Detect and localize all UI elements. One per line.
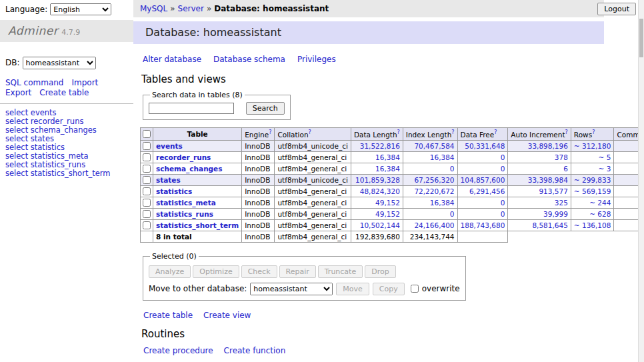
data-length-link[interactable]: 49,152	[375, 199, 400, 207]
data-length-link[interactable]: 10,502,144	[360, 221, 400, 229]
auto-increment-link[interactable]: 913,577	[539, 187, 567, 195]
rows-link[interactable]: ~ 569,159	[574, 187, 611, 195]
table-link-statistics[interactable]: statistics	[156, 187, 192, 195]
sidebar-link-create-table[interactable]: Create table	[39, 88, 89, 97]
data-free-link[interactable]: 0	[501, 199, 505, 207]
auto-increment-link[interactable]: 325	[555, 199, 568, 207]
breadcrumb-link-server[interactable]: Server	[178, 4, 204, 13]
help-link[interactable]: ?	[397, 129, 400, 135]
auto-increment-link[interactable]: 33,398,984	[528, 176, 568, 184]
copy-button[interactable]: Copy	[373, 283, 405, 295]
data-length-link[interactable]: 101,859,328	[355, 176, 400, 184]
sidebar-select-statistics-runs[interactable]: select statistics_runs	[5, 160, 85, 169]
check-button[interactable]: Check	[241, 265, 277, 278]
help-link[interactable]: ?	[309, 129, 311, 135]
truncate-button[interactable]: Truncate	[318, 265, 363, 278]
app-name[interactable]: Adminer	[8, 24, 58, 37]
help-link[interactable]: ?	[565, 129, 568, 135]
drop-button[interactable]: Drop	[365, 265, 395, 278]
repair-button[interactable]: Repair	[279, 265, 316, 278]
row-checkbox[interactable]	[143, 199, 151, 207]
search-button[interactable]: Search	[246, 102, 285, 115]
row-checkbox[interactable]	[143, 187, 151, 195]
sidebar-select-events[interactable]: select events	[5, 108, 57, 117]
rows-link[interactable]: ~ 312,180	[574, 142, 611, 150]
data-free-link[interactable]: 50,331,648	[465, 142, 505, 150]
help-link[interactable]: ?	[269, 129, 271, 135]
scrollbar-thumb[interactable]	[639, 19, 643, 57]
auto-increment-link[interactable]: 378	[555, 153, 568, 161]
sidebar-link-import[interactable]: Import	[71, 78, 98, 87]
logout-button[interactable]: Logout	[597, 3, 636, 15]
row-checkbox[interactable]	[143, 153, 151, 161]
row-checkbox[interactable]	[143, 210, 151, 218]
rows-link[interactable]: ~ 299,833	[574, 176, 611, 184]
auto-increment-link[interactable]: 8,581,645	[532, 221, 567, 229]
sidebar-link-export[interactable]: Export	[5, 88, 31, 97]
data-free-link[interactable]: 0	[501, 210, 505, 218]
sidebar-select-statistics-meta[interactable]: select statistics_meta	[5, 151, 89, 161]
search-input[interactable]	[149, 103, 234, 114]
help-link[interactable]: ?	[494, 129, 497, 135]
sidebar-select-states[interactable]: select states	[5, 134, 54, 143]
index-length-link[interactable]: 16,384	[430, 153, 455, 161]
index-length-link[interactable]: 0	[450, 210, 455, 218]
row-checkbox[interactable]	[143, 221, 151, 229]
create-table-link[interactable]: Create table	[143, 311, 193, 320]
rows-link[interactable]: ~ 244	[589, 199, 611, 207]
table-link-statistics-runs[interactable]: statistics_runs	[156, 210, 213, 218]
rows-link[interactable]: ~ 3	[599, 165, 611, 173]
index-length-link[interactable]: 24,166,400	[414, 221, 454, 229]
auto-increment-link[interactable]: 33,898,196	[528, 142, 568, 150]
table-link-statistics-short-term[interactable]: statistics_short_term	[156, 221, 239, 229]
move-button[interactable]: Move	[336, 283, 369, 295]
create-procedure-link[interactable]: Create procedure	[143, 346, 213, 355]
auto-increment-link[interactable]: 39,999	[543, 210, 568, 218]
help-link[interactable]: ?	[451, 129, 454, 135]
help-link[interactable]: ?	[592, 129, 595, 135]
vertical-scrollbar[interactable]	[638, 0, 644, 362]
move-db-select[interactable]: homeassistant	[250, 283, 333, 295]
index-length-link[interactable]: 16,384	[430, 199, 455, 207]
index-length-link[interactable]: 0	[450, 165, 455, 173]
create-function-link[interactable]: Create function	[224, 346, 286, 355]
row-checkbox[interactable]	[143, 142, 151, 150]
data-free-link[interactable]: 0	[501, 153, 505, 161]
sidebar-select-statistics-short-term[interactable]: select statistics_short_term	[5, 169, 110, 178]
nav-link-database-schema[interactable]: Database schema	[213, 55, 285, 64]
nav-link-privileges[interactable]: Privileges	[297, 55, 336, 64]
table-link-recorder-runs[interactable]: recorder_runs	[156, 153, 211, 161]
analyze-button[interactable]: Analyze	[149, 265, 191, 278]
index-length-link[interactable]: 67,256,320	[414, 176, 454, 184]
data-length-link[interactable]: 31,522,816	[360, 142, 400, 150]
table-link-statistics-meta[interactable]: statistics_meta	[156, 199, 216, 207]
data-length-link[interactable]: 16,384	[375, 153, 400, 161]
rows-link[interactable]: ~ 136,108	[574, 221, 611, 229]
data-free-link[interactable]: 104,857,600	[461, 176, 505, 184]
nav-link-alter-database[interactable]: Alter database	[143, 55, 201, 64]
index-length-link[interactable]: 70,467,584	[414, 142, 454, 150]
table-link-states[interactable]: states	[156, 176, 181, 184]
sidebar-select-statistics[interactable]: select statistics	[5, 143, 65, 152]
data-free-link[interactable]: 6,291,456	[469, 187, 505, 195]
data-free-link[interactable]: 188,743,680	[461, 221, 505, 229]
create-view-link[interactable]: Create view	[203, 311, 251, 320]
overwrite-checkbox[interactable]	[411, 285, 419, 293]
sidebar-select-schema-changes[interactable]: select schema_changes	[5, 125, 97, 135]
select-all-checkbox[interactable]	[143, 130, 151, 138]
language-select[interactable]: English	[50, 3, 111, 15]
sidebar-link-sql-command[interactable]: SQL command	[5, 78, 63, 87]
breadcrumb-link-mysql[interactable]: MySQL	[140, 4, 167, 13]
auto-increment-link[interactable]: 6	[563, 165, 568, 173]
data-length-link[interactable]: 48,824,320	[360, 187, 400, 195]
row-checkbox[interactable]	[143, 165, 151, 173]
data-length-link[interactable]: 16,384	[375, 165, 400, 173]
row-checkbox[interactable]	[143, 176, 151, 184]
optimize-button[interactable]: Optimize	[193, 265, 239, 278]
table-link-events[interactable]: events	[156, 142, 183, 150]
rows-link[interactable]: ~ 628	[589, 210, 611, 218]
overwrite-label[interactable]: overwrite	[422, 284, 460, 293]
data-free-link[interactable]: 0	[501, 165, 505, 173]
db-select[interactable]: homeassistant	[23, 57, 96, 69]
sidebar-select-recorder-runs[interactable]: select recorder_runs	[5, 117, 83, 126]
